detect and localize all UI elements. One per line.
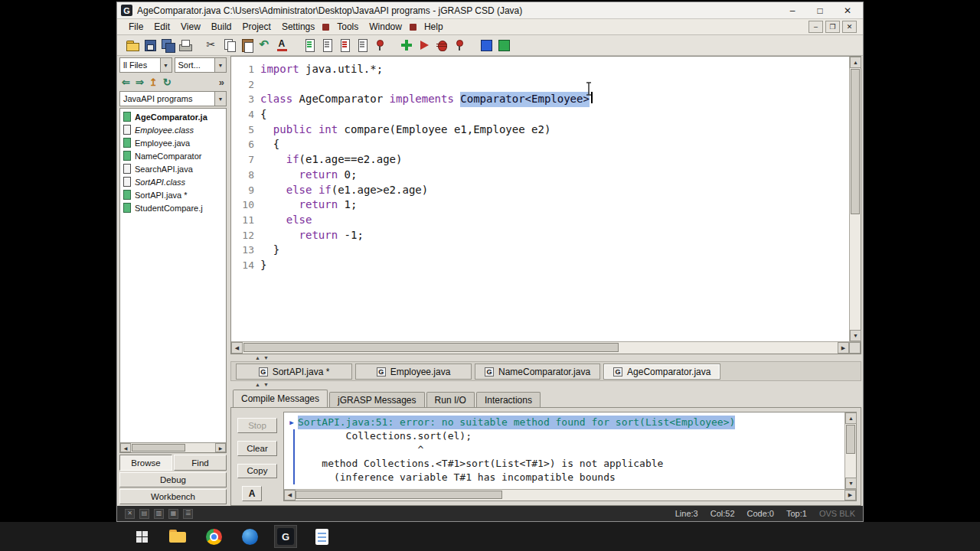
- message-line[interactable]: method Collections.<T#1>sort(List<T#1>) …: [286, 457, 844, 471]
- generate-csd-icon[interactable]: [300, 37, 318, 54]
- tab-browse[interactable]: Browse: [119, 455, 172, 471]
- messages-hscrollbar[interactable]: ◀ ▶: [284, 489, 856, 500]
- collapse-down-icon[interactable]: ▼: [263, 355, 269, 360]
- chevron-down-icon[interactable]: ▼: [160, 58, 172, 72]
- chrome-icon[interactable]: [202, 525, 225, 548]
- file-item[interactable]: SortAPI.java *: [120, 188, 226, 201]
- scroll-left-icon[interactable]: ◀: [120, 443, 131, 452]
- collapse-up-icon[interactable]: ▲: [255, 382, 260, 387]
- menu-edit[interactable]: Edit: [149, 20, 175, 34]
- scrollbar-thumb[interactable]: [846, 425, 855, 454]
- blue-app-icon[interactable]: [238, 525, 261, 548]
- more-icon[interactable]: »: [219, 77, 224, 87]
- file-item[interactable]: Employee.class: [120, 123, 226, 136]
- code-editor[interactable]: 1import java.util.*;23class AgeComparato…: [230, 56, 861, 354]
- close-button[interactable]: ✕: [836, 3, 859, 18]
- breakpoints-icon[interactable]: [450, 37, 468, 54]
- forward-icon[interactable]: ⇒: [136, 77, 144, 87]
- maximize-button[interactable]: □: [808, 3, 831, 18]
- file-item[interactable]: AgeComparator.ja: [120, 110, 226, 123]
- file-explorer-icon[interactable]: [166, 525, 189, 548]
- document-app-icon[interactable]: [310, 525, 333, 548]
- menu-project[interactable]: Project: [237, 20, 276, 34]
- editor-vscrollbar[interactable]: ▲ ▼: [849, 57, 861, 341]
- status-mini-icon-5[interactable]: ☰: [183, 509, 193, 519]
- scroll-down-icon[interactable]: ▼: [845, 478, 857, 489]
- tab-jgrasp-messages[interactable]: jGRASP Messages: [329, 392, 425, 407]
- title-bar[interactable]: G AgeComparator.java C:\Users\Administra…: [117, 2, 863, 19]
- mdi-restore-button[interactable]: ❐: [825, 21, 840, 33]
- status-mini-icon-4[interactable]: ▦: [168, 509, 178, 519]
- file-list-hscrollbar[interactable]: ◀ ▶: [120, 442, 226, 452]
- scroll-down-icon[interactable]: ▼: [850, 330, 861, 341]
- menu-file[interactable]: File: [123, 20, 149, 34]
- minimize-button[interactable]: –: [781, 3, 804, 18]
- project-dropdown[interactable]: JavaAPI programs ▼: [119, 91, 227, 106]
- remove-numbers-icon[interactable]: [353, 37, 371, 54]
- menu-view[interactable]: View: [175, 20, 206, 34]
- message-line[interactable]: ▶SortAPI.java:51: error: no suitable met…: [286, 416, 844, 429]
- editor-hscrollbar[interactable]: ◀ ▶: [231, 341, 861, 354]
- remove-csd-icon[interactable]: [318, 37, 335, 54]
- compile-icon[interactable]: [397, 37, 415, 54]
- copy-icon[interactable]: [220, 37, 238, 54]
- scrollbar-thumb[interactable]: [296, 491, 502, 499]
- message-line[interactable]: ^: [286, 443, 844, 457]
- clear-button[interactable]: Clear: [237, 441, 277, 456]
- messages-pane-icon[interactable]: [477, 37, 495, 54]
- run-io-pane-icon[interactable]: [495, 37, 512, 54]
- menu-help[interactable]: Help: [419, 20, 449, 34]
- file-item[interactable]: SortAPI.class: [120, 175, 226, 188]
- start-button[interactable]: [130, 525, 153, 548]
- file-item[interactable]: SearchAPI.java: [120, 162, 226, 175]
- message-line[interactable]: Collections.sort(el);: [286, 429, 844, 443]
- file-tab-employee-java[interactable]: GEmployee.java: [355, 364, 472, 380]
- scroll-left-icon[interactable]: ◀: [284, 490, 296, 500]
- refresh-icon[interactable]: ↻: [163, 77, 172, 87]
- tab-run-i-o[interactable]: Run I/O: [426, 392, 475, 407]
- font-icon[interactable]: [273, 37, 291, 54]
- tab-find[interactable]: Find: [174, 455, 227, 471]
- file-filter-dropdown[interactable]: ll Files ▼: [119, 57, 172, 73]
- editor-splitter[interactable]: ▲ ▼: [230, 354, 861, 361]
- scroll-left-icon[interactable]: ◀: [231, 342, 243, 354]
- sort-dropdown[interactable]: Sort... ▼: [175, 57, 227, 73]
- run-icon[interactable]: [415, 37, 433, 54]
- scroll-up-icon[interactable]: ▲: [845, 412, 857, 424]
- status-mini-icon-1[interactable]: ✕: [125, 509, 135, 519]
- chevron-down-icon[interactable]: ▼: [214, 58, 226, 72]
- stop-button[interactable]: Stop: [237, 418, 277, 433]
- open-file-icon[interactable]: [123, 37, 141, 54]
- messages-viewport[interactable]: ▶SortAPI.java:51: error: no suitable met…: [284, 412, 844, 489]
- tab-compile-messages[interactable]: Compile Messages: [233, 390, 328, 407]
- tab-interactions[interactable]: Interactions: [476, 392, 541, 407]
- file-item[interactable]: Employee.java: [120, 136, 226, 149]
- status-mini-icon-2[interactable]: ▤: [139, 509, 149, 519]
- mdi-close-button[interactable]: ✕: [842, 21, 857, 33]
- file-item[interactable]: NameComparator: [120, 149, 226, 162]
- back-icon[interactable]: ⇐: [122, 77, 130, 87]
- file-item[interactable]: StudentCompare.j: [120, 201, 226, 214]
- number-lines-icon[interactable]: [335, 37, 353, 54]
- undo-icon[interactable]: [256, 37, 273, 54]
- save-all-icon[interactable]: [158, 37, 176, 54]
- editor-viewport[interactable]: 1import java.util.*;23class AgeComparato…: [231, 57, 849, 341]
- up-folder-icon[interactable]: ↥: [149, 77, 158, 87]
- paste-icon[interactable]: [238, 37, 256, 54]
- scroll-right-icon[interactable]: ▶: [844, 490, 856, 500]
- messages-splitter[interactable]: ▲ ▼: [230, 381, 861, 388]
- print-icon[interactable]: [176, 37, 194, 54]
- messages-vscrollbar[interactable]: ▲ ▼: [844, 412, 856, 489]
- menu-settings[interactable]: Settings: [276, 20, 320, 34]
- copy-button[interactable]: Copy: [237, 464, 277, 479]
- collapse-up-icon[interactable]: ▲: [255, 355, 260, 360]
- scroll-right-icon[interactable]: ▶: [215, 443, 226, 452]
- cut-icon[interactable]: [203, 37, 220, 54]
- menu-window[interactable]: Window: [364, 20, 407, 34]
- file-tab-sortapi-java-[interactable]: GSortAPI.java *: [236, 364, 352, 380]
- scroll-right-icon[interactable]: ▶: [838, 342, 849, 354]
- status-mini-icon-3[interactable]: ▥: [154, 509, 164, 519]
- debug-icon[interactable]: [433, 37, 450, 54]
- scrollbar-thumb[interactable]: [243, 343, 619, 352]
- chevron-down-icon[interactable]: ▼: [214, 92, 226, 106]
